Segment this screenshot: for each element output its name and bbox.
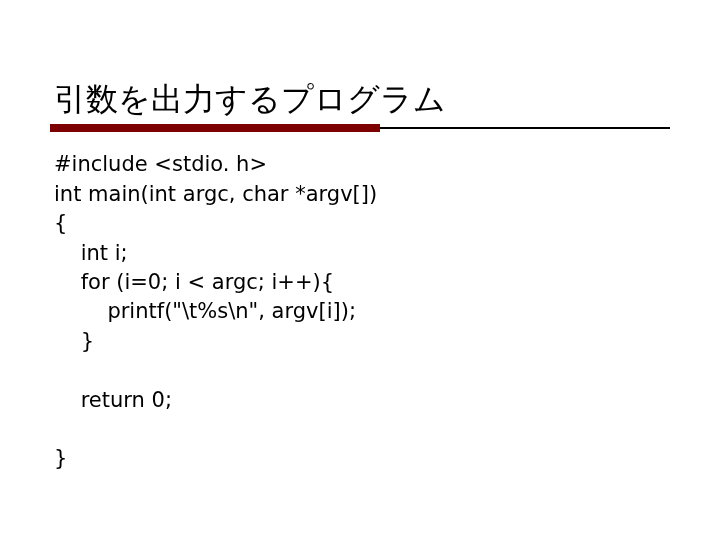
code-line: return 0; bbox=[54, 388, 172, 412]
code-block: #include <stdio. h> int main(int argc, c… bbox=[50, 150, 670, 473]
underline-accent bbox=[50, 124, 380, 132]
slide: 引数を出力するプログラム #include <stdio. h> int mai… bbox=[0, 0, 720, 540]
code-line: int i; bbox=[54, 241, 128, 265]
code-line: } bbox=[54, 329, 94, 353]
title-underline bbox=[50, 124, 670, 132]
code-line: for (i=0; i < argc; i++){ bbox=[54, 270, 334, 294]
code-line: { bbox=[54, 211, 67, 235]
slide-title: 引数を出力するプログラム bbox=[50, 80, 670, 118]
code-line: printf("\t%s\n", argv[i]); bbox=[54, 299, 356, 323]
code-line: #include <stdio. h> bbox=[54, 152, 267, 176]
code-line: int main(int argc, char *argv[]) bbox=[54, 182, 377, 206]
code-line: } bbox=[54, 446, 67, 470]
